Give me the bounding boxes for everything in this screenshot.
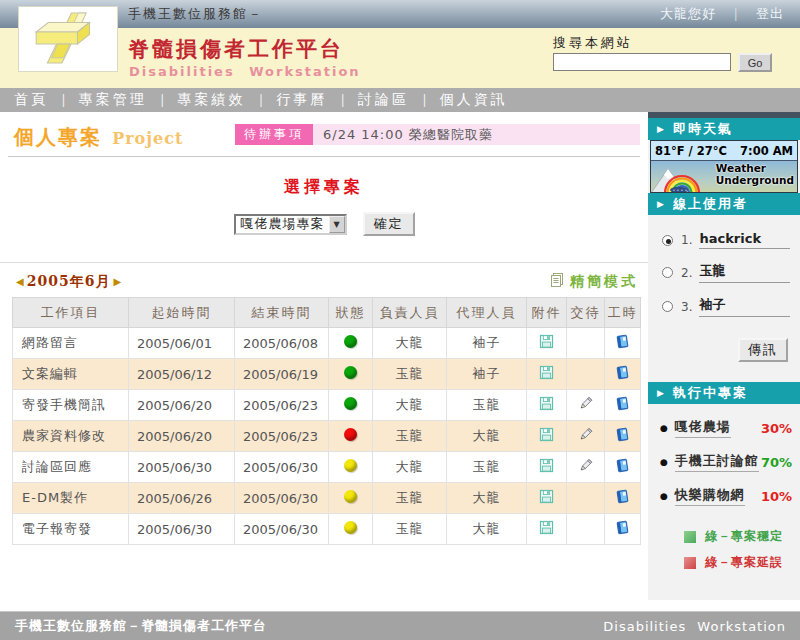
notebook-icon[interactable] — [615, 396, 630, 411]
search-go-button[interactable]: Go — [738, 53, 772, 72]
notebook-icon[interactable] — [615, 458, 630, 473]
legend-swatch-green — [684, 531, 696, 543]
hours-cell — [605, 328, 641, 359]
task-table-head-row: 工作項目起始時間結束時間狀態負責人員代理人員附件交待工時 — [13, 298, 641, 328]
site-subtitle: Disabilities Workstation — [129, 64, 361, 79]
greeting-link[interactable]: 大龍您好 — [660, 6, 716, 21]
nav-item-5[interactable]: 個人資訊 — [440, 91, 508, 109]
notebook-icon[interactable] — [615, 520, 630, 535]
end-date-cell: 2005/06/08 — [235, 328, 329, 359]
pencil-icon[interactable] — [578, 427, 593, 442]
owner-cell: 玉龍 — [373, 483, 447, 514]
todo-bar: 待辦事項 6/24 14:00 榮總醫院取藥 — [235, 124, 640, 145]
floppy-disk-icon[interactable] — [539, 396, 554, 411]
footer-gap — [0, 600, 800, 612]
status-dot-green — [344, 335, 357, 348]
project-percent: 10% — [761, 489, 792, 504]
user-radio-button[interactable] — [662, 267, 673, 278]
floppy-disk-icon[interactable] — [539, 520, 554, 535]
chevron-down-icon[interactable]: ▼ — [329, 216, 345, 233]
agent-cell: 大龍 — [447, 421, 527, 452]
search-input[interactable] — [553, 53, 731, 71]
nav-item-2[interactable]: 專案績效 — [177, 91, 245, 109]
status-legend: 綠－專案穩定綠－專案延誤 — [648, 528, 800, 571]
floppy-disk-icon[interactable] — [539, 365, 554, 380]
note-cell — [567, 359, 605, 390]
nav-item-0[interactable]: 首頁 — [14, 91, 48, 109]
task-name-cell: E-DM製作 — [13, 483, 129, 514]
weather-widget[interactable]: 81°F / 27°C 7:00 AM * * * * — [650, 140, 798, 193]
floppy-disk-icon[interactable] — [539, 334, 554, 349]
weather-temp: 81°F / 27°C — [655, 144, 727, 158]
agent-cell: 玉龍 — [447, 452, 527, 483]
select-project-heading: 選擇專案 — [0, 177, 648, 198]
notebook-icon[interactable] — [615, 334, 630, 349]
nav-item-4[interactable]: 討論區 — [358, 91, 409, 109]
nav-separator: ｜ — [57, 91, 70, 109]
status-cell — [329, 452, 373, 483]
nav-item-3[interactable]: 行事曆 — [276, 91, 327, 109]
confirm-button[interactable]: 確定 — [363, 212, 415, 236]
mountain-rainbow-icon: * * * * — [651, 163, 721, 192]
user-name-link[interactable]: 袖子 — [699, 296, 790, 317]
user-name-link[interactable]: hackrick — [699, 231, 790, 249]
project-select-area: 選擇專案 嘎佬農場專案 ▼ 確定 — [0, 177, 648, 236]
end-date-cell: 2005/06/23 — [235, 421, 329, 452]
user-name-link[interactable]: 玉龍 — [699, 262, 790, 283]
table-row: 文案編輯2005/06/122005/06/19玉龍袖子 — [13, 359, 641, 390]
user-radio-button[interactable] — [662, 301, 673, 312]
site-logo[interactable] — [18, 6, 118, 72]
next-month-icon[interactable]: ▶ — [113, 276, 121, 287]
status-dot-green — [344, 397, 357, 410]
prev-month-icon[interactable]: ◀ — [16, 276, 24, 287]
pencil-icon[interactable] — [578, 458, 593, 473]
running-projects-header-label: 執行中專案 — [673, 384, 748, 402]
floppy-disk-icon[interactable] — [539, 489, 554, 504]
sidebar-spacer — [648, 362, 800, 382]
online-users-header-label: 線上使用者 — [673, 195, 748, 213]
section-divider — [0, 262, 648, 263]
pencil-icon[interactable] — [578, 396, 593, 411]
online-users-section-header: ▶ 線上使用者 — [648, 193, 800, 215]
start-date-cell: 2005/06/20 — [129, 421, 235, 452]
notebook-icon[interactable] — [615, 365, 630, 380]
note-cell — [567, 483, 605, 514]
note-cell — [567, 328, 605, 359]
project-percent: 70% — [761, 455, 792, 470]
main-nav: 首頁｜專案管理｜專案績效｜行事曆｜討論區｜個人資訊 — [0, 88, 800, 112]
end-date-cell: 2005/06/30 — [235, 514, 329, 545]
nav-item-1[interactable]: 專案管理 — [79, 91, 147, 109]
send-message-button[interactable]: 傳訊 — [738, 338, 788, 362]
logout-link[interactable]: 登出 — [756, 6, 784, 21]
end-date-cell: 2005/06/30 — [235, 452, 329, 483]
title-divider — [8, 156, 640, 157]
legend-row: 綠－專案延誤 — [684, 554, 800, 571]
user-radio-button[interactable] — [662, 235, 673, 246]
start-date-cell: 2005/06/26 — [129, 483, 235, 514]
attachment-cell — [527, 359, 567, 390]
notebook-icon[interactable] — [615, 427, 630, 442]
hours-cell — [605, 421, 641, 452]
notebook-icon[interactable] — [615, 489, 630, 504]
hours-cell — [605, 359, 641, 390]
hours-cell — [605, 390, 641, 421]
project-name-link[interactable]: 快樂購物網 — [675, 486, 745, 506]
project-name-link[interactable]: 手機王討論館 — [675, 452, 759, 472]
footer-bar: 手機王數位服務館－脊髓損傷者工作平台 Disabilities Workstat… — [0, 612, 800, 640]
project-select[interactable]: 嘎佬農場專案 ▼ — [234, 214, 347, 235]
status-cell — [329, 421, 373, 452]
svg-text:* * * *: * * * * — [673, 189, 687, 192]
project-name-link[interactable]: 嘎佬農場 — [675, 418, 731, 438]
header-band: 脊髓損傷者工作平台 Disabilities Workstation 搜尋本網站… — [0, 28, 800, 88]
table-row: 電子報寄發2005/06/302005/06/30玉龍大龍 — [13, 514, 641, 545]
sidebar: ▶ 即時天氣 81°F / 27°C 7:00 AM — [648, 112, 800, 600]
compact-mode-toggle[interactable]: 精簡模式 — [549, 272, 638, 291]
owner-cell: 玉龍 — [373, 421, 447, 452]
floppy-disk-icon[interactable] — [539, 427, 554, 442]
weather-readout: 81°F / 27°C 7:00 AM — [651, 141, 797, 161]
floppy-disk-icon[interactable] — [539, 458, 554, 473]
weather-section-header: ▶ 即時天氣 — [648, 118, 800, 140]
attachment-cell — [527, 390, 567, 421]
main-panel: 個人專案 Project 待辦事項 6/24 14:00 榮總醫院取藥 選擇專案… — [0, 112, 648, 600]
nav-separator: ｜ — [336, 91, 349, 109]
